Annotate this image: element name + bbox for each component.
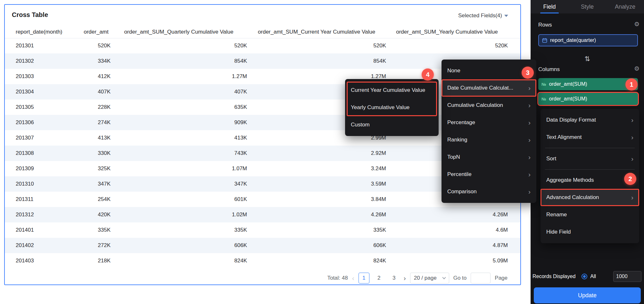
menu-item-label: Date Cumulative Calculat... — [447, 85, 513, 91]
value-cell: 601K — [111, 192, 247, 207]
next-page-icon[interactable]: › — [404, 274, 406, 282]
panel-title: Cross Table — [12, 11, 48, 19]
page-numbers: 123 — [359, 273, 400, 284]
menu-item-percentage[interactable]: Percentage› — [442, 114, 536, 131]
value-cell: 3.84M — [247, 192, 386, 207]
page-number[interactable]: 2 — [374, 273, 384, 284]
table-row: 201402272K606K606K4.87M — [5, 238, 520, 253]
advanced-calculation-menu: NoneDate Cumulative Calculat...›Cumulati… — [442, 60, 536, 203]
records-count-input[interactable] — [613, 271, 641, 282]
row-label-cell: 201301 — [5, 38, 82, 53]
menu-item-label: Sort — [546, 156, 556, 162]
value-cell: 4.87M — [386, 238, 520, 253]
menu-item-text-alignment[interactable]: Text Alignment› — [541, 129, 639, 146]
value-cell: 4.6M — [386, 222, 520, 238]
rows-section-label: Rows — [538, 22, 552, 28]
menu-item-percentile[interactable]: Percentile› — [442, 166, 536, 183]
update-button[interactable]: Update — [534, 287, 641, 303]
value-cell: 1.07M — [111, 161, 247, 176]
value-cell: 334K — [82, 53, 111, 69]
row-label-cell: 201304 — [5, 84, 82, 100]
step-badge-2: 2 — [624, 173, 636, 185]
menu-item-label: Yearly Cumulative Value — [351, 104, 409, 111]
row-label-cell: 201303 — [5, 69, 82, 84]
all-radio[interactable] — [582, 274, 587, 279]
page-size-select[interactable]: 20 / page — [410, 273, 449, 284]
row-label-cell: 201309 — [5, 161, 82, 176]
menu-item-label: Custom — [351, 122, 370, 128]
chevron-right-icon: › — [631, 194, 633, 201]
column-header-order-amt[interactable]: order_amt — [82, 26, 111, 38]
column-header-order-amt-sum-current-year-cum[interactable]: order_amt_SUM_Current Year Cumulative Va… — [247, 26, 386, 38]
value-cell: 413K — [111, 130, 247, 146]
table-row: 201312420K1.02M4.26M4.26M — [5, 207, 520, 222]
value-cell: 635K — [111, 100, 247, 115]
column-header-order-amt-sum-yearly-cumulativ[interactable]: order_amt_SUM_Yearly Cumulative Value — [386, 26, 520, 38]
row-label-cell: 201302 — [5, 53, 82, 69]
columns-gear-icon[interactable]: ⚙ — [634, 65, 640, 72]
page-size-label: 20 / page — [414, 275, 437, 281]
selected-fields-dropdown[interactable]: Selected Fields(4) — [458, 12, 508, 19]
column-header-order-amt-sum-quarterly-cumula[interactable]: order_amt_SUM_Quarterly Cumulative Value — [111, 26, 247, 38]
menu-separator — [545, 169, 635, 170]
value-cell: 2.92M — [247, 146, 386, 161]
row-label-cell: 201306 — [5, 115, 82, 130]
rows-gear-icon[interactable]: ⚙ — [634, 20, 640, 28]
menu-item-yearly-cumulative-value[interactable]: Yearly Cumulative Value — [345, 99, 439, 116]
chevron-right-icon: › — [631, 116, 633, 124]
menu-separator — [545, 148, 635, 148]
menu-item-data-display-format[interactable]: Data Display Format› — [541, 111, 639, 129]
menu-item-topn[interactable]: TopN› — [442, 148, 536, 166]
value-cell: 854K — [247, 53, 386, 69]
tab-style[interactable]: Style — [568, 0, 606, 13]
goto-label: Go to — [453, 275, 467, 281]
tab-field[interactable]: Field — [531, 0, 568, 13]
value-cell: 520K — [247, 38, 386, 53]
menu-item-custom[interactable]: Custom — [345, 116, 439, 133]
menu-item-sort[interactable]: Sort› — [541, 150, 639, 167]
value-cell: 228K — [82, 100, 111, 115]
value-cell: 254K — [82, 192, 111, 207]
menu-item-ranking[interactable]: Ranking› — [442, 131, 536, 148]
menu-item-cumulative-calculation[interactable]: Cumulative Calculation› — [442, 97, 536, 114]
menu-item-current-year-cumulative-value[interactable]: Current Year Cumulative Value — [345, 82, 439, 99]
menu-item-rename[interactable]: Rename — [541, 206, 639, 223]
goto-page-input[interactable] — [471, 273, 491, 284]
menu-item-comparison[interactable]: Comparison› — [442, 183, 536, 200]
menu-item-label: Comparison — [447, 188, 477, 195]
value-cell: 606K — [111, 238, 247, 253]
menu-item-label: Percentile — [447, 171, 472, 178]
value-cell: 272K — [82, 238, 111, 253]
value-cell: 335K — [111, 222, 247, 238]
tab-analyze[interactable]: Analyze — [606, 0, 644, 13]
columns-field-pill[interactable]: №order_amt(SUM) — [538, 93, 638, 105]
menu-item-advanced-calculation[interactable]: Advanced Calculation› — [541, 189, 639, 206]
value-cell: 909K — [111, 115, 247, 130]
columns-field-pill[interactable]: №order_amt(SUM) — [538, 78, 638, 90]
column-header-report-date-month[interactable]: report_date(month) — [5, 26, 82, 38]
value-cell: 5.09M — [386, 253, 520, 268]
rows-field-label: report_date(quarter) — [550, 37, 596, 43]
page-number[interactable]: 3 — [389, 273, 400, 284]
swap-axes-icon[interactable]: ⇅ — [531, 55, 644, 63]
table-row: 201403218K824K824K5.09M — [5, 253, 520, 268]
value-cell: 606K — [247, 238, 386, 253]
date-field-icon — [542, 38, 547, 43]
row-label-cell: 201312 — [5, 207, 82, 222]
page-number[interactable]: 1 — [359, 273, 369, 284]
menu-item-hide-field[interactable]: Hide Field — [541, 223, 639, 241]
value-cell: 520K — [82, 38, 111, 53]
menu-item-date-cumulative-calculat[interactable]: Date Cumulative Calculat...› — [442, 79, 536, 97]
row-label-cell: 201311 — [5, 192, 82, 207]
value-cell: 413K — [82, 130, 111, 146]
records-displayed-row: Records Displayed All — [533, 271, 641, 282]
selected-fields-label: Selected Fields(4) — [458, 12, 502, 19]
value-cell: 1.02M — [111, 207, 247, 222]
value-cell: 407K — [111, 84, 247, 100]
value-cell: 412K — [82, 69, 111, 84]
prev-page-icon[interactable]: ‹ — [352, 274, 354, 282]
menu-item-label: Percentage — [447, 119, 475, 126]
value-cell: 4.26M — [386, 207, 520, 222]
rows-field-pill[interactable]: report_date(quarter) — [538, 34, 638, 46]
menu-item-label: Current Year Cumulative Value — [351, 87, 425, 93]
